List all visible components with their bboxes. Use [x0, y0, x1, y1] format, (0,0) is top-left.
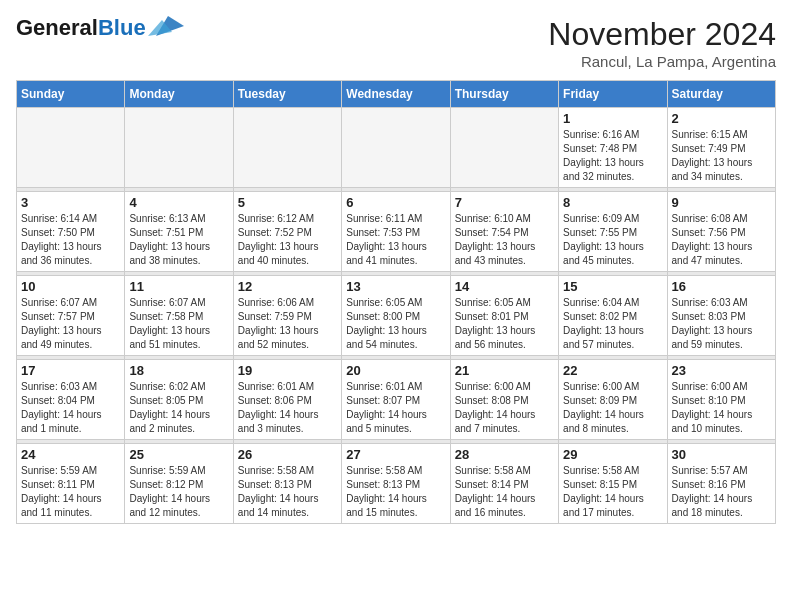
day-info: Sunrise: 6:10 AM Sunset: 7:54 PM Dayligh…: [455, 212, 554, 268]
day-number: 26: [238, 447, 337, 462]
day-header-tuesday: Tuesday: [233, 81, 341, 108]
day-number: 21: [455, 363, 554, 378]
day-cell: 12Sunrise: 6:06 AM Sunset: 7:59 PM Dayli…: [233, 276, 341, 356]
day-info: Sunrise: 6:03 AM Sunset: 8:03 PM Dayligh…: [672, 296, 771, 352]
day-info: Sunrise: 5:58 AM Sunset: 8:13 PM Dayligh…: [238, 464, 337, 520]
calendar: SundayMondayTuesdayWednesdayThursdayFrid…: [16, 80, 776, 524]
day-number: 12: [238, 279, 337, 294]
day-info: Sunrise: 6:01 AM Sunset: 8:07 PM Dayligh…: [346, 380, 445, 436]
day-info: Sunrise: 6:07 AM Sunset: 7:58 PM Dayligh…: [129, 296, 228, 352]
day-cell: 8Sunrise: 6:09 AM Sunset: 7:55 PM Daylig…: [559, 192, 667, 272]
day-cell: 16Sunrise: 6:03 AM Sunset: 8:03 PM Dayli…: [667, 276, 775, 356]
day-info: Sunrise: 6:14 AM Sunset: 7:50 PM Dayligh…: [21, 212, 120, 268]
day-info: Sunrise: 5:57 AM Sunset: 8:16 PM Dayligh…: [672, 464, 771, 520]
day-number: 4: [129, 195, 228, 210]
day-cell: 26Sunrise: 5:58 AM Sunset: 8:13 PM Dayli…: [233, 444, 341, 524]
day-info: Sunrise: 5:58 AM Sunset: 8:14 PM Dayligh…: [455, 464, 554, 520]
day-cell: 13Sunrise: 6:05 AM Sunset: 8:00 PM Dayli…: [342, 276, 450, 356]
day-number: 30: [672, 447, 771, 462]
day-header-saturday: Saturday: [667, 81, 775, 108]
day-number: 1: [563, 111, 662, 126]
day-number: 3: [21, 195, 120, 210]
week-row-3: 10Sunrise: 6:07 AM Sunset: 7:57 PM Dayli…: [17, 276, 776, 356]
day-number: 19: [238, 363, 337, 378]
day-number: 13: [346, 279, 445, 294]
day-header-sunday: Sunday: [17, 81, 125, 108]
week-row-2: 3Sunrise: 6:14 AM Sunset: 7:50 PM Daylig…: [17, 192, 776, 272]
day-number: 29: [563, 447, 662, 462]
day-cell: 5Sunrise: 6:12 AM Sunset: 7:52 PM Daylig…: [233, 192, 341, 272]
day-cell: 28Sunrise: 5:58 AM Sunset: 8:14 PM Dayli…: [450, 444, 558, 524]
week-row-1: 1Sunrise: 6:16 AM Sunset: 7:48 PM Daylig…: [17, 108, 776, 188]
day-info: Sunrise: 6:07 AM Sunset: 7:57 PM Dayligh…: [21, 296, 120, 352]
day-info: Sunrise: 5:58 AM Sunset: 8:15 PM Dayligh…: [563, 464, 662, 520]
day-cell: 27Sunrise: 5:58 AM Sunset: 8:13 PM Dayli…: [342, 444, 450, 524]
week-row-5: 24Sunrise: 5:59 AM Sunset: 8:11 PM Dayli…: [17, 444, 776, 524]
title-area: November 2024 Rancul, La Pampa, Argentin…: [548, 16, 776, 70]
day-info: Sunrise: 5:59 AM Sunset: 8:12 PM Dayligh…: [129, 464, 228, 520]
day-number: 2: [672, 111, 771, 126]
day-header-monday: Monday: [125, 81, 233, 108]
day-header-friday: Friday: [559, 81, 667, 108]
day-number: 28: [455, 447, 554, 462]
day-cell: 21Sunrise: 6:00 AM Sunset: 8:08 PM Dayli…: [450, 360, 558, 440]
day-info: Sunrise: 6:05 AM Sunset: 8:00 PM Dayligh…: [346, 296, 445, 352]
day-number: 27: [346, 447, 445, 462]
day-info: Sunrise: 6:03 AM Sunset: 8:04 PM Dayligh…: [21, 380, 120, 436]
day-number: 16: [672, 279, 771, 294]
day-number: 6: [346, 195, 445, 210]
day-cell: 10Sunrise: 6:07 AM Sunset: 7:57 PM Dayli…: [17, 276, 125, 356]
day-cell: 6Sunrise: 6:11 AM Sunset: 7:53 PM Daylig…: [342, 192, 450, 272]
day-cell: 17Sunrise: 6:03 AM Sunset: 8:04 PM Dayli…: [17, 360, 125, 440]
day-info: Sunrise: 6:15 AM Sunset: 7:49 PM Dayligh…: [672, 128, 771, 184]
day-info: Sunrise: 6:09 AM Sunset: 7:55 PM Dayligh…: [563, 212, 662, 268]
day-number: 23: [672, 363, 771, 378]
day-cell: 24Sunrise: 5:59 AM Sunset: 8:11 PM Dayli…: [17, 444, 125, 524]
day-cell: 7Sunrise: 6:10 AM Sunset: 7:54 PM Daylig…: [450, 192, 558, 272]
day-cell: 2Sunrise: 6:15 AM Sunset: 7:49 PM Daylig…: [667, 108, 775, 188]
day-cell: 9Sunrise: 6:08 AM Sunset: 7:56 PM Daylig…: [667, 192, 775, 272]
day-number: 24: [21, 447, 120, 462]
day-cell: 29Sunrise: 5:58 AM Sunset: 8:15 PM Dayli…: [559, 444, 667, 524]
day-number: 8: [563, 195, 662, 210]
day-number: 17: [21, 363, 120, 378]
day-info: Sunrise: 5:59 AM Sunset: 8:11 PM Dayligh…: [21, 464, 120, 520]
day-cell: 3Sunrise: 6:14 AM Sunset: 7:50 PM Daylig…: [17, 192, 125, 272]
day-number: 14: [455, 279, 554, 294]
day-cell: 18Sunrise: 6:02 AM Sunset: 8:05 PM Dayli…: [125, 360, 233, 440]
location-title: Rancul, La Pampa, Argentina: [548, 53, 776, 70]
day-cell: 4Sunrise: 6:13 AM Sunset: 7:51 PM Daylig…: [125, 192, 233, 272]
day-number: 10: [21, 279, 120, 294]
day-cell: 25Sunrise: 5:59 AM Sunset: 8:12 PM Dayli…: [125, 444, 233, 524]
header: GeneralBlue November 2024 Rancul, La Pam…: [16, 16, 776, 70]
day-info: Sunrise: 6:06 AM Sunset: 7:59 PM Dayligh…: [238, 296, 337, 352]
logo-general: General: [16, 15, 98, 40]
day-info: Sunrise: 6:05 AM Sunset: 8:01 PM Dayligh…: [455, 296, 554, 352]
day-number: 15: [563, 279, 662, 294]
day-info: Sunrise: 6:12 AM Sunset: 7:52 PM Dayligh…: [238, 212, 337, 268]
day-info: Sunrise: 6:00 AM Sunset: 8:08 PM Dayligh…: [455, 380, 554, 436]
logo-blue: Blue: [98, 15, 146, 40]
logo-icon: [148, 12, 184, 40]
day-header-wednesday: Wednesday: [342, 81, 450, 108]
logo: GeneralBlue: [16, 16, 184, 40]
day-cell: 14Sunrise: 6:05 AM Sunset: 8:01 PM Dayli…: [450, 276, 558, 356]
day-number: 22: [563, 363, 662, 378]
day-cell: 23Sunrise: 6:00 AM Sunset: 8:10 PM Dayli…: [667, 360, 775, 440]
month-title: November 2024: [548, 16, 776, 53]
day-cell: [342, 108, 450, 188]
day-cell: 15Sunrise: 6:04 AM Sunset: 8:02 PM Dayli…: [559, 276, 667, 356]
day-cell: [125, 108, 233, 188]
day-number: 25: [129, 447, 228, 462]
day-cell: 19Sunrise: 6:01 AM Sunset: 8:06 PM Dayli…: [233, 360, 341, 440]
day-info: Sunrise: 6:11 AM Sunset: 7:53 PM Dayligh…: [346, 212, 445, 268]
day-cell: 22Sunrise: 6:00 AM Sunset: 8:09 PM Dayli…: [559, 360, 667, 440]
day-cell: 11Sunrise: 6:07 AM Sunset: 7:58 PM Dayli…: [125, 276, 233, 356]
day-info: Sunrise: 6:16 AM Sunset: 7:48 PM Dayligh…: [563, 128, 662, 184]
day-info: Sunrise: 6:00 AM Sunset: 8:09 PM Dayligh…: [563, 380, 662, 436]
day-info: Sunrise: 6:02 AM Sunset: 8:05 PM Dayligh…: [129, 380, 228, 436]
day-cell: 20Sunrise: 6:01 AM Sunset: 8:07 PM Dayli…: [342, 360, 450, 440]
day-number: 11: [129, 279, 228, 294]
day-info: Sunrise: 6:00 AM Sunset: 8:10 PM Dayligh…: [672, 380, 771, 436]
day-header-thursday: Thursday: [450, 81, 558, 108]
